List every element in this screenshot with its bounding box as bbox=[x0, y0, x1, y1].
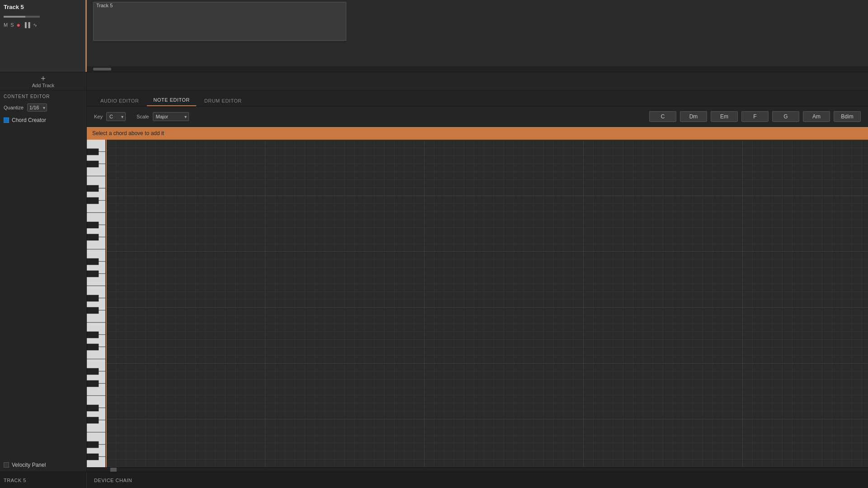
svg-rect-9 bbox=[87, 197, 99, 204]
track-controls: M S ● ▐▐ ∿ bbox=[4, 21, 82, 28]
svg-rect-12 bbox=[87, 222, 99, 228]
sidebar: CONTENT EDITOR Quantize 1/16 1/4 1/8 1/3… bbox=[0, 90, 87, 472]
bars-button[interactable]: ▐▐ bbox=[23, 22, 30, 28]
horizontal-scrollbar[interactable] bbox=[87, 467, 868, 472]
editor-tabs: AUDIO EDITOR NOTE EDITOR DRUM EDITOR bbox=[87, 90, 868, 107]
add-track-label: Add Track bbox=[32, 83, 55, 88]
scale-select[interactable]: Major Minor Dorian Mixolydian bbox=[153, 112, 189, 121]
note-grid[interactable] bbox=[106, 140, 868, 467]
svg-rect-30 bbox=[87, 344, 99, 350]
svg-rect-25 bbox=[87, 307, 99, 314]
key-label: Key bbox=[94, 114, 103, 119]
grid-lines-v bbox=[106, 140, 868, 467]
chord-creator-checkbox[interactable] bbox=[4, 117, 9, 123]
track-volume-slider[interactable] bbox=[4, 16, 40, 18]
add-track-plus-icon: + bbox=[41, 75, 46, 83]
quantize-wrapper: 1/16 1/4 1/8 1/32 bbox=[27, 103, 47, 112]
content-editor-title: CONTENT EDITOR bbox=[4, 94, 83, 99]
tab-note-editor[interactable]: NOTE EDITOR bbox=[147, 94, 196, 106]
piano-roll-container: Select a chord above to add it 1:2 1:3 1… bbox=[87, 127, 868, 467]
velocity-row: Velocity Panel bbox=[4, 462, 83, 468]
svg-rect-14 bbox=[87, 234, 99, 240]
add-track-sidebar: + Add Track bbox=[0, 72, 87, 90]
footer: TRACK 5 DEVICE CHAIN bbox=[0, 472, 868, 488]
svg-rect-28 bbox=[87, 332, 99, 338]
record-button[interactable]: ● bbox=[17, 21, 20, 28]
add-track-button[interactable]: + Add Track bbox=[32, 75, 55, 88]
footer-track-label: TRACK 5 bbox=[0, 472, 87, 488]
measure-1-4: 1:4 bbox=[794, 131, 800, 136]
editor-area: AUDIO EDITOR NOTE EDITOR DRUM EDITOR Key… bbox=[87, 90, 868, 472]
svg-rect-17 bbox=[87, 258, 99, 265]
quantize-row: Quantize 1/16 1/4 1/8 1/32 bbox=[4, 103, 83, 112]
chord-button-Dm[interactable]: Dm bbox=[680, 111, 707, 122]
mute-button[interactable]: M bbox=[4, 22, 8, 28]
chord-creator-label: Chord Creator bbox=[12, 117, 46, 123]
chord-button-F[interactable]: F bbox=[741, 111, 769, 122]
scale-select-wrapper: Major Minor Dorian Mixolydian bbox=[153, 112, 189, 121]
quantize-select[interactable]: 1/16 1/4 1/8 1/32 bbox=[27, 103, 47, 112]
svg-rect-23 bbox=[87, 295, 99, 301]
chord-suggestion-text: Select a chord above to add it bbox=[92, 130, 164, 136]
scale-label: Scale bbox=[137, 114, 149, 119]
solo-button[interactable]: S bbox=[10, 22, 14, 28]
playhead bbox=[106, 140, 107, 467]
note-toolbar: Key C C# D D# E F F# G G# A A# B bbox=[87, 107, 868, 127]
key-row: Key C C# D D# E F F# G G# A A# B bbox=[94, 112, 126, 121]
svg-rect-4 bbox=[87, 161, 99, 167]
chord-button-Em[interactable]: Em bbox=[711, 111, 738, 122]
svg-rect-46 bbox=[87, 454, 99, 460]
sidebar-spacer bbox=[4, 129, 83, 462]
tab-audio-editor[interactable]: AUDIO EDITOR bbox=[94, 95, 145, 106]
track-name: Track 5 bbox=[4, 4, 82, 10]
piano-svg: .wk { fill: #d8d8d8; stroke: #999; strok… bbox=[87, 140, 106, 467]
chord-button-Bdim[interactable]: Bdim bbox=[834, 111, 861, 122]
svg-rect-44 bbox=[87, 441, 99, 448]
svg-rect-2 bbox=[87, 149, 99, 155]
main-area: CONTENT EDITOR Quantize 1/16 1/4 1/8 1/3… bbox=[0, 90, 868, 472]
chord-suggestion-bar: Select a chord above to add it 1:2 1:3 1… bbox=[87, 127, 868, 140]
track-clip-label: Track 5 bbox=[94, 1, 115, 9]
key-select[interactable]: C C# D D# E F F# G G# A A# B bbox=[106, 112, 126, 121]
tab-drum-editor[interactable]: DRUM EDITOR bbox=[198, 95, 248, 106]
footer-device-chain-label: DEVICE CHAIN bbox=[87, 478, 139, 483]
velocity-label: Velocity Panel bbox=[12, 462, 46, 468]
wave-button[interactable]: ∿ bbox=[33, 22, 37, 28]
quantize-label: Quantize bbox=[4, 105, 24, 110]
key-select-wrapper: C C# D D# E F F# G G# A A# B bbox=[106, 112, 126, 121]
chord-button-C[interactable]: C bbox=[649, 111, 676, 122]
svg-rect-35 bbox=[87, 380, 99, 387]
add-track-row: + Add Track bbox=[0, 72, 868, 90]
chord-creator-row: Chord Creator bbox=[4, 117, 83, 123]
svg-rect-38 bbox=[87, 405, 99, 411]
scrollbar-thumb[interactable] bbox=[110, 468, 117, 472]
timeline-scrollbar[interactable] bbox=[87, 66, 868, 72]
grid-lines-h bbox=[106, 140, 868, 467]
measure-1-3: 1:3 bbox=[654, 131, 660, 136]
velocity-checkbox[interactable] bbox=[4, 462, 9, 468]
track-header: Track 5 M S ● ▐▐ ∿ bbox=[0, 0, 87, 72]
svg-rect-19 bbox=[87, 271, 99, 277]
chord-buttons: C Dm Em F G Am Bdim bbox=[649, 111, 861, 122]
track-clip[interactable]: Track 5 bbox=[93, 2, 346, 41]
chord-button-Am[interactable]: Am bbox=[803, 111, 830, 122]
chord-button-G[interactable]: G bbox=[772, 111, 799, 122]
svg-rect-40 bbox=[87, 417, 99, 423]
svg-rect-7 bbox=[87, 185, 99, 192]
measure-1-2: 1:2 bbox=[514, 131, 520, 136]
svg-rect-33 bbox=[87, 368, 99, 375]
top-section: Track 5 M S ● ▐▐ ∿ Track 5 bbox=[0, 0, 868, 72]
timeline-area: Track 5 bbox=[87, 0, 868, 72]
piano-keyboard: .wk { fill: #d8d8d8; stroke: #999; strok… bbox=[87, 140, 106, 467]
scale-row: Scale Major Minor Dorian Mixolydian bbox=[137, 112, 189, 121]
add-track-timeline bbox=[87, 72, 868, 90]
